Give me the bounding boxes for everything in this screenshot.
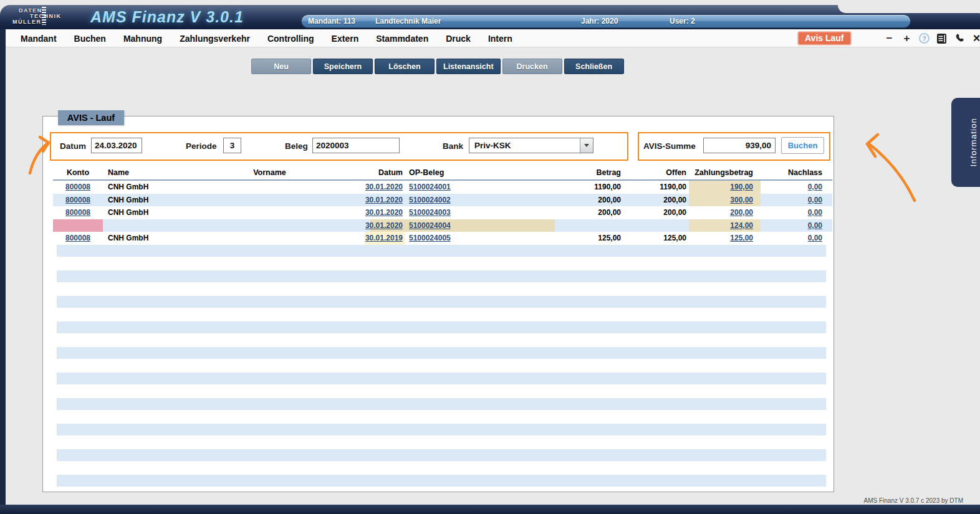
toolbar: NeuSpeichernLöschenListenansichtDruckenS…	[251, 59, 624, 74]
empty-table-row	[57, 475, 826, 487]
nachlass-link[interactable]: 0,00	[808, 234, 822, 242]
avis-summe-label: AVIS-Summe	[643, 141, 696, 151]
col-header-zahlungsbetrag: Zahlungsbetrag	[689, 166, 761, 179]
datum-input[interactable]	[91, 138, 142, 153]
col-header-name: Name	[103, 166, 215, 179]
help-icon[interactable]: ?	[919, 33, 930, 44]
op-beleg-link[interactable]: 5100024001	[409, 183, 451, 191]
menu-item-controlling[interactable]: Controlling	[267, 34, 314, 44]
cell-op-beleg: 5100024002	[405, 194, 480, 207]
empty-table-row	[57, 424, 826, 435]
minimize-icon[interactable]: −	[883, 32, 895, 45]
cell-vorname	[215, 181, 324, 194]
datum-link[interactable]: 30.01.2020	[365, 196, 403, 204]
cell-konto: 800008	[53, 194, 103, 207]
col-header-betrag: Betrag	[480, 166, 623, 179]
zahlungsbetrag-link[interactable]: 124,00	[730, 221, 753, 230]
empty-table-row	[57, 296, 826, 308]
zahlungsbetrag-link[interactable]: 190,00	[730, 183, 753, 191]
app-title: AMS Finanz V 3.0.1	[90, 8, 244, 26]
menu-item-stammdaten[interactable]: Stammdaten	[376, 34, 428, 44]
status-jahr: Jahr: 2020	[581, 17, 618, 26]
konto-link[interactable]: 800008	[65, 208, 90, 217]
menu-item-mahnung[interactable]: Mahnung	[123, 34, 162, 44]
betrag-value: 200,00	[598, 208, 621, 217]
avis-summe-input[interactable]	[703, 138, 776, 153]
datum-link[interactable]: 30.01.2020	[365, 221, 403, 230]
nachlass-link[interactable]: 0,00	[808, 221, 822, 230]
table-header: KontoNameVornameDatumOP-BelegBetragOffen…	[53, 166, 832, 181]
konto-link[interactable]: 800008	[65, 234, 90, 242]
zahlungsbetrag-link[interactable]: 300,00	[730, 196, 753, 204]
application-window: DATEN TECHNIK MÜLLER AMS Finanz V 3.0.1 …	[0, 0, 980, 514]
menu-item-extern[interactable]: Extern	[332, 34, 359, 44]
window-left-border	[0, 29, 6, 506]
empty-table-row	[57, 321, 826, 333]
table-body: 800008CNH GmbH30.01.202051000240011190,0…	[53, 181, 832, 245]
nachlass-link[interactable]: 0,00	[808, 196, 822, 204]
menu-item-intern[interactable]: Intern	[488, 34, 512, 44]
datum-link[interactable]: 30.01.2019	[365, 234, 403, 242]
cell-name: CNH GmbH	[103, 181, 215, 194]
schließen-button[interactable]: Schließen	[564, 59, 624, 74]
menu-item-druck[interactable]: Druck	[446, 34, 471, 44]
status-mandant: Mandant: 113	[308, 17, 355, 26]
cell-offen: 125,00	[623, 232, 689, 245]
konto-link[interactable]: 800008	[65, 196, 90, 204]
op-beleg-link[interactable]: 5100024004	[409, 221, 451, 230]
cell-vorname	[215, 194, 324, 207]
information-tab-label: Information	[960, 118, 978, 167]
speichern-button[interactable]: Speichern	[313, 59, 373, 74]
zahlungsbetrag-link[interactable]: 200,00	[730, 208, 753, 217]
cell-offen: 200,00	[623, 194, 689, 207]
cell-nachlass: 0,00	[761, 181, 832, 194]
cell-zahlungsbetrag: 200,00	[689, 206, 761, 219]
information-tab[interactable]: Information	[951, 98, 980, 187]
konto-link[interactable]: 800008	[65, 183, 90, 191]
col-header-vorname: Vorname	[215, 166, 324, 179]
listenansicht-button[interactable]: Listenansicht	[436, 59, 501, 74]
chevron-down-icon[interactable]	[580, 138, 593, 153]
op-beleg-link[interactable]: 5100024003	[409, 208, 451, 217]
offen-value: 1190,00	[660, 183, 686, 191]
nachlass-link[interactable]: 0,00	[808, 208, 822, 217]
buchen-button[interactable]: Buchen	[781, 137, 824, 154]
menu-item-buchen[interactable]: Buchen	[74, 34, 106, 44]
menu-item-mandant[interactable]: Mandant	[21, 34, 57, 44]
neu-button[interactable]: Neu	[251, 59, 311, 74]
cell-nachlass: 0,00	[761, 232, 832, 245]
cell-konto	[53, 219, 103, 232]
datum-link[interactable]: 30.01.2020	[365, 183, 403, 191]
cell-konto: 800008	[53, 206, 103, 219]
cell-zahlungsbetrag: 125,00	[689, 232, 761, 245]
datum-link[interactable]: 30.01.2020	[365, 208, 403, 217]
cell-zahlungsbetrag: 190,00	[689, 181, 761, 194]
cell-betrag	[480, 219, 623, 232]
periode-input[interactable]	[223, 138, 241, 153]
window-controls: − + ? ×	[883, 31, 980, 46]
zahlungsbetrag-link[interactable]: 125,00	[730, 234, 753, 242]
empty-table-row	[57, 270, 826, 282]
op-beleg-link[interactable]: 5100024002	[409, 196, 451, 204]
status-bar: Mandant: 113 Landtechnik Maier Jahr: 202…	[301, 14, 911, 28]
logo-line-3: MÜLLER	[12, 19, 42, 25]
journal-icon[interactable]	[936, 32, 948, 45]
beleg-input[interactable]	[312, 138, 400, 153]
offen-value: 200,00	[663, 196, 686, 204]
op-beleg-link[interactable]: 5100024005	[409, 234, 451, 242]
close-icon[interactable]: ×	[971, 32, 980, 45]
cell-datum: 30.01.2019	[324, 232, 405, 245]
cell-op-beleg: 5100024003	[405, 206, 480, 219]
bank-select[interactable]: Priv-KSK	[469, 138, 593, 153]
menu-item-zahlungsverkehr[interactable]: Zahlungsverkehr	[180, 34, 250, 44]
cell-betrag: 200,00	[480, 206, 623, 219]
active-module-badge: Avis Lauf	[798, 32, 851, 45]
phone-icon[interactable]	[953, 32, 965, 45]
maximize-icon[interactable]: +	[901, 32, 913, 45]
name-value: CNH GmbH	[108, 196, 148, 204]
nachlass-link[interactable]: 0,00	[808, 183, 822, 191]
datum-label: Datum	[60, 141, 86, 151]
cell-offen: 1190,00	[623, 181, 689, 194]
löschen-button[interactable]: Löschen	[375, 59, 435, 74]
drucken-button[interactable]: Drucken	[502, 59, 562, 74]
